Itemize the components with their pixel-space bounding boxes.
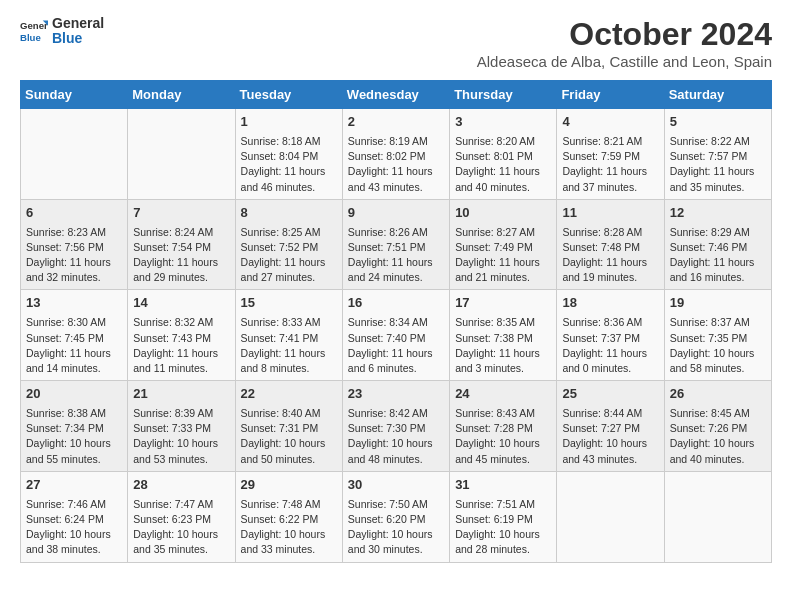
calendar-cell: 2Sunrise: 8:19 AM Sunset: 8:02 PM Daylig… bbox=[342, 109, 449, 200]
cell-content: Sunrise: 7:48 AM Sunset: 6:22 PM Dayligh… bbox=[241, 497, 337, 558]
day-number: 15 bbox=[241, 294, 337, 313]
calendar-cell: 28Sunrise: 7:47 AM Sunset: 6:23 PM Dayli… bbox=[128, 471, 235, 562]
cell-content: Sunrise: 8:20 AM Sunset: 8:01 PM Dayligh… bbox=[455, 134, 551, 195]
day-number: 5 bbox=[670, 113, 766, 132]
svg-text:Blue: Blue bbox=[20, 32, 41, 43]
logo-text-line1: General bbox=[52, 16, 104, 31]
day-number: 31 bbox=[455, 476, 551, 495]
calendar-cell: 12Sunrise: 8:29 AM Sunset: 7:46 PM Dayli… bbox=[664, 199, 771, 290]
calendar-cell: 9Sunrise: 8:26 AM Sunset: 7:51 PM Daylig… bbox=[342, 199, 449, 290]
calendar-cell: 11Sunrise: 8:28 AM Sunset: 7:48 PM Dayli… bbox=[557, 199, 664, 290]
day-number: 18 bbox=[562, 294, 658, 313]
calendar-cell: 26Sunrise: 8:45 AM Sunset: 7:26 PM Dayli… bbox=[664, 381, 771, 472]
cell-content: Sunrise: 8:23 AM Sunset: 7:56 PM Dayligh… bbox=[26, 225, 122, 286]
day-number: 24 bbox=[455, 385, 551, 404]
cell-content: Sunrise: 8:30 AM Sunset: 7:45 PM Dayligh… bbox=[26, 315, 122, 376]
calendar-cell: 15Sunrise: 8:33 AM Sunset: 7:41 PM Dayli… bbox=[235, 290, 342, 381]
day-number: 27 bbox=[26, 476, 122, 495]
day-number: 23 bbox=[348, 385, 444, 404]
cell-content: Sunrise: 8:24 AM Sunset: 7:54 PM Dayligh… bbox=[133, 225, 229, 286]
calendar-cell: 16Sunrise: 8:34 AM Sunset: 7:40 PM Dayli… bbox=[342, 290, 449, 381]
cell-content: Sunrise: 8:40 AM Sunset: 7:31 PM Dayligh… bbox=[241, 406, 337, 467]
day-number: 29 bbox=[241, 476, 337, 495]
cell-content: Sunrise: 8:22 AM Sunset: 7:57 PM Dayligh… bbox=[670, 134, 766, 195]
calendar-cell: 3Sunrise: 8:20 AM Sunset: 8:01 PM Daylig… bbox=[450, 109, 557, 200]
cell-content: Sunrise: 7:50 AM Sunset: 6:20 PM Dayligh… bbox=[348, 497, 444, 558]
cell-content: Sunrise: 8:39 AM Sunset: 7:33 PM Dayligh… bbox=[133, 406, 229, 467]
day-number: 6 bbox=[26, 204, 122, 223]
cell-content: Sunrise: 7:47 AM Sunset: 6:23 PM Dayligh… bbox=[133, 497, 229, 558]
location-subtitle: Aldeaseca de Alba, Castille and Leon, Sp… bbox=[477, 53, 772, 70]
weekday-header-saturday: Saturday bbox=[664, 81, 771, 109]
calendar-cell: 7Sunrise: 8:24 AM Sunset: 7:54 PM Daylig… bbox=[128, 199, 235, 290]
logo-icon: General Blue bbox=[20, 17, 48, 45]
day-number: 4 bbox=[562, 113, 658, 132]
day-number: 13 bbox=[26, 294, 122, 313]
day-number: 3 bbox=[455, 113, 551, 132]
cell-content: Sunrise: 8:29 AM Sunset: 7:46 PM Dayligh… bbox=[670, 225, 766, 286]
cell-content: Sunrise: 8:37 AM Sunset: 7:35 PM Dayligh… bbox=[670, 315, 766, 376]
calendar-cell: 13Sunrise: 8:30 AM Sunset: 7:45 PM Dayli… bbox=[21, 290, 128, 381]
calendar-cell: 27Sunrise: 7:46 AM Sunset: 6:24 PM Dayli… bbox=[21, 471, 128, 562]
day-number: 30 bbox=[348, 476, 444, 495]
day-number: 20 bbox=[26, 385, 122, 404]
weekday-header-monday: Monday bbox=[128, 81, 235, 109]
calendar-cell: 29Sunrise: 7:48 AM Sunset: 6:22 PM Dayli… bbox=[235, 471, 342, 562]
calendar-cell: 18Sunrise: 8:36 AM Sunset: 7:37 PM Dayli… bbox=[557, 290, 664, 381]
day-number: 17 bbox=[455, 294, 551, 313]
calendar-week-row: 20Sunrise: 8:38 AM Sunset: 7:34 PM Dayli… bbox=[21, 381, 772, 472]
cell-content: Sunrise: 7:46 AM Sunset: 6:24 PM Dayligh… bbox=[26, 497, 122, 558]
cell-content: Sunrise: 8:21 AM Sunset: 7:59 PM Dayligh… bbox=[562, 134, 658, 195]
cell-content: Sunrise: 7:51 AM Sunset: 6:19 PM Dayligh… bbox=[455, 497, 551, 558]
calendar-table: SundayMondayTuesdayWednesdayThursdayFrid… bbox=[20, 80, 772, 563]
calendar-cell: 24Sunrise: 8:43 AM Sunset: 7:28 PM Dayli… bbox=[450, 381, 557, 472]
calendar-cell: 4Sunrise: 8:21 AM Sunset: 7:59 PM Daylig… bbox=[557, 109, 664, 200]
calendar-cell: 23Sunrise: 8:42 AM Sunset: 7:30 PM Dayli… bbox=[342, 381, 449, 472]
weekday-header-friday: Friday bbox=[557, 81, 664, 109]
cell-content: Sunrise: 8:45 AM Sunset: 7:26 PM Dayligh… bbox=[670, 406, 766, 467]
cell-content: Sunrise: 8:18 AM Sunset: 8:04 PM Dayligh… bbox=[241, 134, 337, 195]
logo: General Blue General Blue bbox=[20, 16, 104, 47]
calendar-cell: 6Sunrise: 8:23 AM Sunset: 7:56 PM Daylig… bbox=[21, 199, 128, 290]
month-title: October 2024 bbox=[477, 16, 772, 53]
day-number: 26 bbox=[670, 385, 766, 404]
calendar-cell: 8Sunrise: 8:25 AM Sunset: 7:52 PM Daylig… bbox=[235, 199, 342, 290]
cell-content: Sunrise: 8:38 AM Sunset: 7:34 PM Dayligh… bbox=[26, 406, 122, 467]
cell-content: Sunrise: 8:26 AM Sunset: 7:51 PM Dayligh… bbox=[348, 225, 444, 286]
calendar-cell: 31Sunrise: 7:51 AM Sunset: 6:19 PM Dayli… bbox=[450, 471, 557, 562]
calendar-cell: 21Sunrise: 8:39 AM Sunset: 7:33 PM Dayli… bbox=[128, 381, 235, 472]
calendar-week-row: 6Sunrise: 8:23 AM Sunset: 7:56 PM Daylig… bbox=[21, 199, 772, 290]
cell-content: Sunrise: 8:27 AM Sunset: 7:49 PM Dayligh… bbox=[455, 225, 551, 286]
day-number: 19 bbox=[670, 294, 766, 313]
logo-text-line2: Blue bbox=[52, 31, 104, 46]
weekday-header-wednesday: Wednesday bbox=[342, 81, 449, 109]
calendar-cell bbox=[557, 471, 664, 562]
calendar-cell bbox=[128, 109, 235, 200]
cell-content: Sunrise: 8:34 AM Sunset: 7:40 PM Dayligh… bbox=[348, 315, 444, 376]
day-number: 10 bbox=[455, 204, 551, 223]
calendar-cell: 22Sunrise: 8:40 AM Sunset: 7:31 PM Dayli… bbox=[235, 381, 342, 472]
calendar-week-row: 1Sunrise: 8:18 AM Sunset: 8:04 PM Daylig… bbox=[21, 109, 772, 200]
calendar-cell: 10Sunrise: 8:27 AM Sunset: 7:49 PM Dayli… bbox=[450, 199, 557, 290]
day-number: 11 bbox=[562, 204, 658, 223]
calendar-cell: 1Sunrise: 8:18 AM Sunset: 8:04 PM Daylig… bbox=[235, 109, 342, 200]
cell-content: Sunrise: 8:19 AM Sunset: 8:02 PM Dayligh… bbox=[348, 134, 444, 195]
calendar-cell: 25Sunrise: 8:44 AM Sunset: 7:27 PM Dayli… bbox=[557, 381, 664, 472]
calendar-cell bbox=[21, 109, 128, 200]
weekday-header-thursday: Thursday bbox=[450, 81, 557, 109]
weekday-header-tuesday: Tuesday bbox=[235, 81, 342, 109]
day-number: 21 bbox=[133, 385, 229, 404]
cell-content: Sunrise: 8:44 AM Sunset: 7:27 PM Dayligh… bbox=[562, 406, 658, 467]
cell-content: Sunrise: 8:28 AM Sunset: 7:48 PM Dayligh… bbox=[562, 225, 658, 286]
calendar-cell bbox=[664, 471, 771, 562]
day-number: 7 bbox=[133, 204, 229, 223]
day-number: 8 bbox=[241, 204, 337, 223]
calendar-cell: 30Sunrise: 7:50 AM Sunset: 6:20 PM Dayli… bbox=[342, 471, 449, 562]
cell-content: Sunrise: 8:35 AM Sunset: 7:38 PM Dayligh… bbox=[455, 315, 551, 376]
calendar-cell: 14Sunrise: 8:32 AM Sunset: 7:43 PM Dayli… bbox=[128, 290, 235, 381]
weekday-header-sunday: Sunday bbox=[21, 81, 128, 109]
cell-content: Sunrise: 8:42 AM Sunset: 7:30 PM Dayligh… bbox=[348, 406, 444, 467]
cell-content: Sunrise: 8:32 AM Sunset: 7:43 PM Dayligh… bbox=[133, 315, 229, 376]
calendar-cell: 5Sunrise: 8:22 AM Sunset: 7:57 PM Daylig… bbox=[664, 109, 771, 200]
day-number: 16 bbox=[348, 294, 444, 313]
